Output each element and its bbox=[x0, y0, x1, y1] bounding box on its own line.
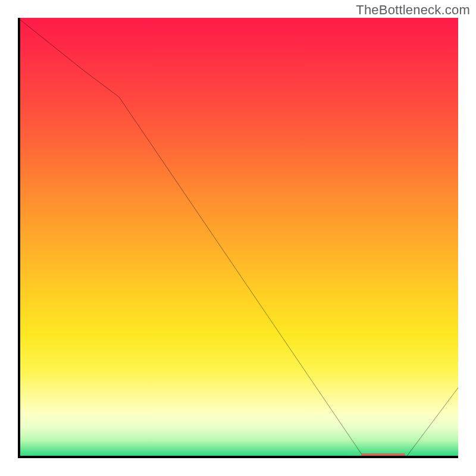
optimum-marker bbox=[361, 453, 405, 456]
plot-area bbox=[18, 18, 458, 458]
chart-container: TheBottleneck.com bbox=[0, 0, 476, 476]
attribution-text: TheBottleneck.com bbox=[356, 2, 470, 18]
bottleneck-curve bbox=[18, 18, 458, 458]
